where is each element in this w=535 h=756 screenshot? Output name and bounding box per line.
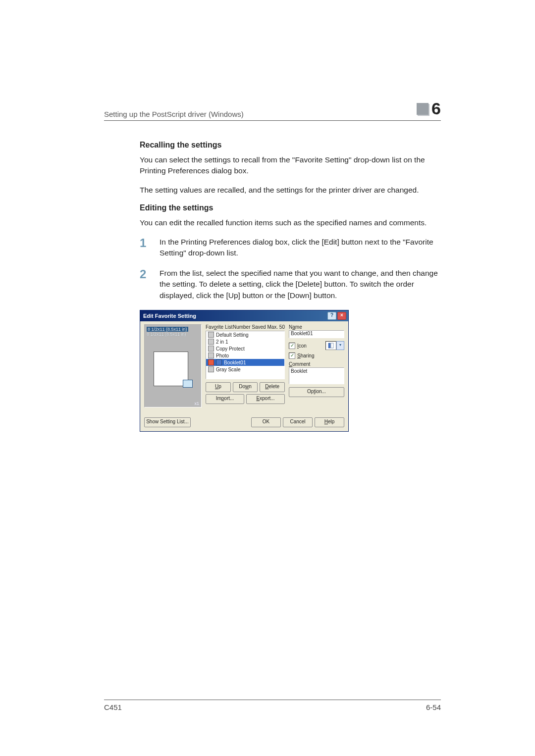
setting-icon (208, 366, 214, 372)
svg-rect-0 (328, 343, 330, 348)
ok-button[interactable]: OK (251, 417, 281, 427)
step-number: 2 (140, 268, 150, 301)
down-button[interactable]: Down (233, 382, 258, 392)
option-button[interactable]: Option... (289, 387, 344, 397)
list-item-label: Copy Protect (216, 346, 245, 352)
list-item[interactable]: Gray Scale (206, 366, 284, 373)
sharing-checkbox[interactable]: ✓ (289, 353, 295, 359)
show-setting-list-button[interactable]: Show Setting List... (144, 417, 191, 427)
para: You can edit the recalled function items… (140, 217, 441, 228)
preview-pane: 8 1/2x11 (8.5x11 in) 8 1/2x11 (8.5x11 in… (144, 324, 202, 407)
favorite-list-label: Favorite List (206, 324, 232, 330)
help-button[interactable]: Help (315, 417, 344, 427)
up-button[interactable]: Up (206, 382, 231, 392)
footer-right: 6-54 (426, 703, 441, 711)
section-title-editing: Editing the settings (140, 203, 441, 212)
icon-checkbox[interactable]: ✓ (289, 343, 295, 349)
list-item[interactable]: Photo (206, 352, 284, 359)
export-button[interactable]: Export... (246, 394, 285, 404)
list-item-label: Booklet01 (224, 360, 246, 365)
icon-dropdown-button[interactable]: ▾ (336, 341, 344, 350)
chapter-square-icon (417, 103, 428, 115)
para: The setting values are recalled, and the… (140, 185, 441, 196)
list-item[interactable]: Booklet01 (206, 359, 284, 366)
preview-zoom: x1 (194, 401, 199, 406)
footer-left: C451 (104, 703, 122, 711)
chapter-number: 6 (431, 99, 441, 118)
delete-button[interactable]: Delete (260, 382, 285, 392)
sharing-checkbox-label: Sharing (297, 353, 314, 358)
setting-icon (208, 353, 214, 358)
para: You can select the settings to recall fr… (140, 154, 441, 177)
number-saved-label: Number Saved Max. 50 (233, 324, 285, 330)
setting-icon (216, 359, 222, 365)
step-number: 1 (140, 237, 150, 259)
list-item[interactable]: 2 in 1 (206, 338, 284, 345)
page-footer: C451 6-54 (104, 700, 441, 711)
preview-size: 8 1/2x11 (8.5x11 in) (147, 332, 186, 337)
import-button[interactable]: Import... (206, 394, 244, 404)
icon-checkbox-label: Icon (297, 343, 307, 349)
list-item-label: Default Setting (216, 332, 249, 338)
list-item[interactable]: Copy Protect (206, 345, 284, 352)
page-header: Setting up the PostScript driver (Window… (104, 99, 441, 121)
preview-page-icon (154, 352, 188, 386)
list-item-label: 2 in 1 (216, 339, 228, 345)
close-icon[interactable]: × (337, 312, 346, 320)
favorite-list[interactable]: Default Setting 2 in 1 Copy Protect Phot… (206, 331, 285, 379)
name-label: Name (289, 324, 344, 330)
comment-input[interactable]: Booklet (289, 367, 344, 384)
dialog-titlebar[interactable]: Edit Favorite Setting ? × (140, 310, 348, 321)
help-icon[interactable]: ? (327, 312, 336, 320)
section-title-recalling: Recalling the settings (140, 141, 441, 150)
edit-favorite-setting-dialog: Edit Favorite Setting ? × 8 1/2x11 (8.5x… (140, 310, 349, 432)
step-text: In the Printing Preferences dialog box, … (160, 237, 441, 259)
list-item-label: Gray Scale (216, 367, 240, 372)
icon-preview (325, 341, 336, 350)
setting-icon (208, 339, 214, 345)
setting-icon (208, 359, 214, 365)
comment-label: Comment (289, 361, 344, 367)
list-item-label: Photo (216, 353, 229, 358)
chapter-badge: 6 (417, 99, 441, 118)
svg-rect-1 (331, 343, 333, 348)
cancel-button[interactable]: Cancel (283, 417, 313, 427)
name-input[interactable]: Booklet01 (289, 330, 344, 338)
preview-size-selected: 8 1/2x11 (8.5x11 in) (147, 327, 188, 332)
step-text: From the list, select the specified name… (160, 268, 441, 301)
list-item[interactable]: Default Setting (206, 331, 284, 338)
header-title: Setting up the PostScript driver (Window… (104, 110, 244, 118)
setting-icon (208, 346, 214, 352)
dialog-title: Edit Favorite Setting (143, 313, 196, 319)
setting-icon (208, 332, 214, 338)
booklet-icon (328, 343, 334, 349)
